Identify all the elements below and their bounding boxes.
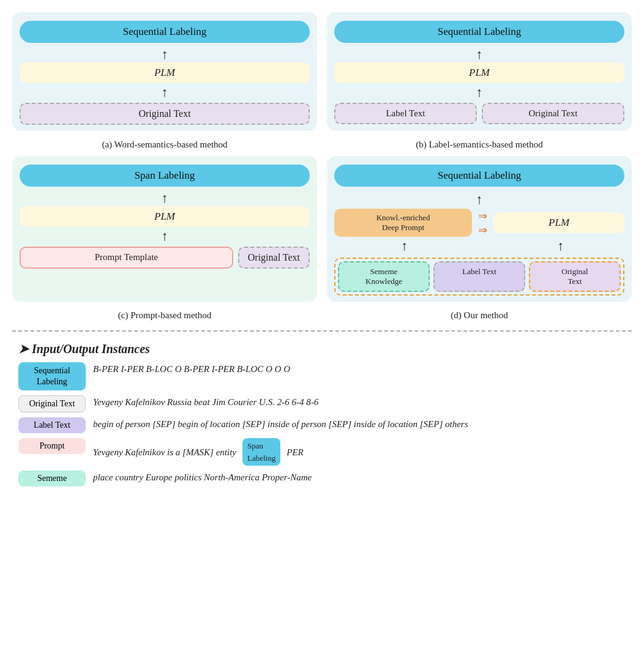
io-row-sememe: Sememe place country Europe politics Nor… — [18, 471, 626, 486]
panel-d: Sequential Labeling ↑ Knowl.-enriched De… — [327, 156, 632, 302]
panel-c-arrow1: ↑ — [162, 192, 168, 205]
panel-d-mid-arrows: ↑ ↑ — [334, 238, 624, 254]
caption-a: (a) Word-semantics-based method — [12, 137, 317, 150]
panel-ab-captions: (a) Word-semantics-based method (b) Labe… — [12, 137, 632, 150]
panel-d-knowl: Knowl.-enriched Deep Prompt — [334, 209, 472, 237]
panel-c-span-label: Span Labeling — [20, 165, 310, 187]
io-content-seq: B-PER I-PER B-LOC O B-PER I-PER B-LOC O … — [93, 362, 626, 376]
io-row-orig: Original Text Yevgeny Kafelnikov Russia … — [18, 395, 626, 412]
io-section: ➤ Input/Output Instances Sequential Labe… — [12, 341, 632, 491]
panel-d-bottom: Sememe Knowledge Label Text Original Tex… — [334, 258, 624, 296]
panel-a-orig-text: Original Text — [20, 103, 310, 125]
panel-cd-captions: (c) Prompt-based method (d) Our method — [12, 308, 632, 321]
io-label-prompt: Prompt — [18, 438, 86, 454]
io-content-orig: Yevgeny Kafelnikov Russia beat Jim Couri… — [93, 395, 626, 409]
panels-row: Sequential Labeling ↑ PLM ↑ Original Tex… — [12, 12, 632, 131]
panel-d-sememe: Sememe Knowledge — [338, 261, 430, 292]
panel-d-arrows: ⇒ ⇒ — [478, 209, 487, 237]
caption-b: (b) Label-semantics-based method — [327, 137, 632, 150]
io-label-orig: Original Text — [18, 395, 86, 412]
panel-b-plm: PLM — [334, 62, 624, 83]
panels-row-2: Span Labeling ↑ PLM ↑ Prompt Template Or… — [12, 156, 632, 302]
io-row-seq: Sequential Labeling B-PER I-PER B-LOC O … — [18, 362, 626, 390]
panel-d-arrow-plm: ↑ — [496, 239, 624, 253]
caption-c: (c) Prompt-based method — [12, 308, 317, 321]
panel-b-orig-text: Original Text — [482, 103, 624, 124]
panel-b-bottom-row: Label Text Original Text — [334, 103, 624, 124]
panel-a-seq-label: Sequential Labeling — [20, 21, 310, 43]
panel-c: Span Labeling ↑ PLM ↑ Prompt Template Or… — [12, 156, 317, 302]
panel-d-arrow1: ↑ — [476, 193, 483, 206]
panel-c-arrow2: ↑ — [162, 229, 168, 243]
io-content-prompt: Yevgeny Kafelnikov is a [MASK] entity Sp… — [93, 438, 626, 466]
section-divider — [12, 330, 632, 332]
io-content-label: begin of person [SEP] begin of location … — [93, 417, 626, 431]
panel-c-prompt-template: Prompt Template — [20, 247, 233, 269]
caption-d: (d) Our method — [327, 308, 632, 321]
panel-d-inner: Sequential Labeling ↑ Knowl.-enriched De… — [334, 165, 624, 296]
panel-a: Sequential Labeling ↑ PLM ↑ Original Tex… — [12, 12, 317, 131]
io-label-label: Label Text — [18, 417, 86, 433]
panel-a-arrow1: ↑ — [162, 48, 168, 61]
panel-b-arrow1: ↑ — [476, 48, 483, 61]
io-label-sememe: Sememe — [18, 471, 86, 486]
panel-d-plm: PLM — [493, 212, 624, 233]
panel-d-mid: Knowl.-enriched Deep Prompt ⇒ ⇒ PLM — [334, 209, 624, 237]
io-label-seq: Sequential Labeling — [18, 362, 86, 390]
panel-d-arrow-knowl: ↑ — [334, 239, 474, 253]
io-row-label: Label Text begin of person [SEP] begin o… — [18, 417, 626, 433]
panel-a-plm: PLM — [20, 62, 310, 83]
panel-b: Sequential Labeling ↑ PLM ↑ Label Text O… — [327, 12, 632, 131]
panel-b-seq-label: Sequential Labeling — [334, 21, 624, 43]
panel-c-orig-text: Original Text — [238, 247, 310, 269]
span-value: PER — [286, 445, 304, 460]
io-content-prompt-row: Yevgeny Kafelnikov is a [MASK] entity Sp… — [93, 438, 626, 466]
io-row-prompt: Prompt Yevgeny Kafelnikov is a [MASK] en… — [18, 438, 626, 466]
panel-d-seq-label: Sequential Labeling — [334, 165, 624, 187]
panel-c-plm: PLM — [20, 206, 310, 227]
panel-c-bottom-row: Prompt Template Original Text — [20, 247, 310, 269]
panel-b-arrow2: ↑ — [476, 86, 483, 99]
panel-a-arrow2: ↑ — [162, 86, 168, 99]
io-title: ➤ Input/Output Instances — [18, 341, 626, 356]
panel-b-label-text: Label Text — [334, 103, 477, 124]
panel-d-orig-text: Original Text — [529, 261, 621, 292]
span-label-small: Span Labeling — [242, 438, 280, 466]
io-content-sememe: place country Europe politics North-Amer… — [93, 471, 626, 485]
panel-d-label-text: Label Text — [433, 261, 525, 292]
main-container: Sequential Labeling ↑ PLM ↑ Original Tex… — [0, 0, 644, 667]
